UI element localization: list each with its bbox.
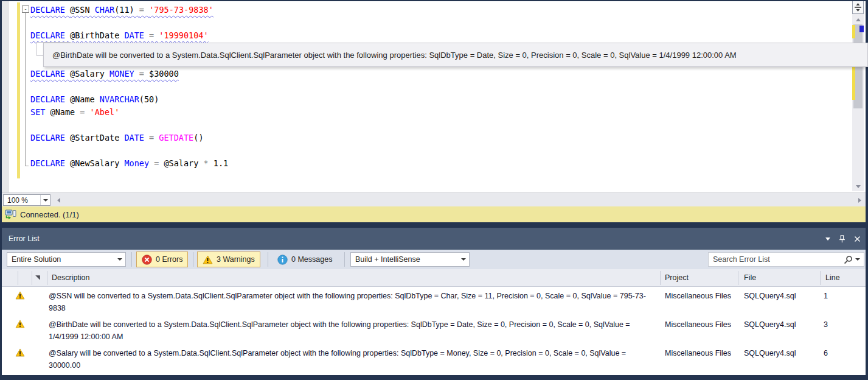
code-line-8[interactable]: DECLARE @Name NVARCHAR(50): [30, 93, 159, 106]
error-list-header: Description Project File Line: [2, 269, 866, 287]
build-intellisense-value: Build + IntelliSense: [351, 255, 458, 264]
chevron-down-icon[interactable]: [40, 195, 50, 205]
scroll-right-icon[interactable]: [855, 195, 864, 205]
code-lines: DECLARE @SSN CHAR(11) = '795-73-9838'DEC…: [2, 1, 866, 192]
search-input[interactable]: [709, 255, 844, 264]
row-line: 6: [819, 347, 866, 373]
errors-filter-label: 0 Errors: [156, 255, 182, 264]
row-file: SQLQuery4.sql: [738, 290, 819, 315]
warning-icon: [15, 291, 25, 300]
column-header-project[interactable]: Project: [665, 273, 689, 282]
code-line-13[interactable]: DECLARE @NewSalary Money = @Salary * 1.1: [30, 157, 228, 170]
warnings-filter-button[interactable]: 3 Warnings: [197, 252, 260, 267]
code-line-11[interactable]: DECLARE @StartDate DATE = GETDATE(): [30, 132, 204, 144]
row-file: SQLQuery4.sql: [738, 318, 819, 344]
info-icon: [277, 255, 288, 265]
editor-vertical-scrollbar[interactable]: [852, 0, 864, 191]
chevron-down-icon[interactable]: [855, 258, 860, 261]
ssms-window: - DECLARE @SSN CHAR(11) = '795-73-9838'D…: [0, 0, 868, 380]
editor-bottom-bar: 100 %: [2, 192, 866, 206]
messages-filter-label: 0 Messages: [291, 255, 332, 264]
row-description: @Salary will be converted to a System.Da…: [47, 347, 660, 373]
change-marker: [852, 25, 855, 38]
row-line: 3: [819, 318, 866, 344]
zoom-level-value: 100 %: [4, 196, 40, 205]
pin-icon[interactable]: [839, 235, 845, 243]
warning-icon: [15, 348, 25, 357]
error-list-toolbar: Entire Solution 0 Errors 3 Warnings: [2, 250, 866, 269]
zoom-level-dropdown[interactable]: 100 %: [3, 194, 50, 206]
chevron-down-icon: [114, 258, 125, 261]
scope-filter-dropdown[interactable]: Entire Solution: [7, 252, 126, 267]
errors-filter-button[interactable]: 0 Errors: [136, 252, 188, 267]
panel-title: Error List: [9, 234, 40, 243]
code-line-3[interactable]: DECLARE @BirthDate DATE = '19990104': [30, 29, 209, 42]
status-text: Connected. (1/1): [20, 210, 79, 219]
close-icon[interactable]: [854, 236, 861, 242]
connected-server-icon: [5, 209, 16, 220]
scroll-up-icon[interactable]: [852, 15, 864, 24]
row-project: Miscellaneous Files: [660, 318, 738, 344]
error-icon: [142, 255, 152, 265]
warning-icon: [203, 255, 213, 264]
error-row-2[interactable]: @BirthDate will be converted to a System…: [2, 315, 866, 344]
connection-status-bar: Connected. (1/1): [2, 206, 866, 222]
scope-filter-value: Entire Solution: [7, 255, 114, 264]
scroll-down-icon[interactable]: [852, 182, 864, 191]
error-list-search[interactable]: [708, 252, 864, 267]
column-header-file[interactable]: File: [744, 273, 756, 282]
build-intellisense-dropdown[interactable]: Build + IntelliSense: [350, 252, 470, 267]
quick-info-tooltip: @BirthDate will be converted to a System…: [43, 43, 868, 67]
code-line-9[interactable]: SET @Name = 'Abel': [30, 106, 119, 119]
error-list-titlebar[interactable]: Error List: [2, 228, 866, 250]
column-header-line[interactable]: Line: [825, 273, 840, 282]
scroll-left-icon[interactable]: [54, 195, 63, 205]
messages-filter-button[interactable]: 0 Messages: [273, 252, 337, 267]
row-description: @BirthDate will be converted to a System…: [47, 318, 660, 344]
code-line-1[interactable]: DECLARE @SSN CHAR(11) = '795-73-9838': [30, 4, 214, 16]
row-line: 1: [819, 290, 866, 315]
caret-position-marker: [859, 26, 864, 32]
severity-column-icon: [35, 275, 41, 281]
warning-icon: [15, 320, 25, 328]
row-description: @SSN will be converted to a System.Data.…: [47, 290, 660, 315]
sql-editor[interactable]: - DECLARE @SSN CHAR(11) = '795-73-9838'D…: [2, 1, 866, 192]
error-rows: @SSN will be converted to a System.Data.…: [2, 287, 866, 375]
chevron-down-icon: [458, 258, 469, 261]
warnings-filter-label: 3 Warnings: [217, 255, 255, 264]
editor-split-handle-icon[interactable]: [852, 0, 864, 14]
row-project: Miscellaneous Files: [660, 347, 738, 373]
column-header-description[interactable]: Description: [52, 273, 90, 282]
search-icon[interactable]: [844, 255, 853, 264]
window-position-icon[interactable]: [825, 237, 830, 241]
error-row-1[interactable]: @SSN will be converted to a System.Data.…: [2, 287, 866, 315]
row-file: SQLQuery4.sql: [738, 347, 819, 373]
row-project: Miscellaneous Files: [660, 290, 738, 315]
error-row-3[interactable]: @Salary will be converted to a System.Da…: [2, 344, 866, 373]
code-line-6[interactable]: DECLARE @Salary MONEY = $30000: [30, 68, 179, 80]
